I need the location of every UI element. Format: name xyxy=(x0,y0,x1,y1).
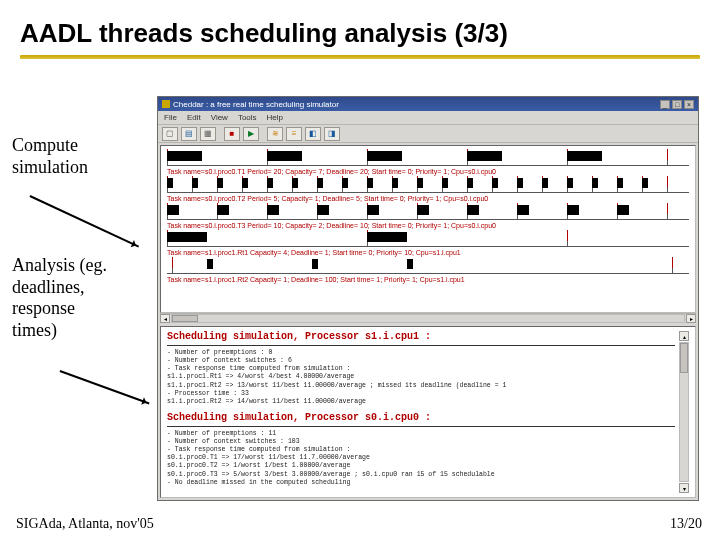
exec-bar xyxy=(392,178,398,188)
exec-bar xyxy=(167,205,179,215)
hscroll-thumb[interactable] xyxy=(172,315,198,322)
output-line: - Number of context switches : 103 xyxy=(167,438,675,446)
exec-bar xyxy=(617,178,623,188)
output-header: Scheduling simulation, Processor s0.i.cp… xyxy=(167,412,675,423)
output-line: - Task response time computed from simul… xyxy=(167,446,675,454)
output-line: - Number of context switches : 6 xyxy=(167,357,675,365)
exec-bar xyxy=(292,178,298,188)
task-row: Task name=s1.i.proc1.Rt2 Capacity= 1; De… xyxy=(167,258,689,283)
task-track xyxy=(167,150,689,166)
task-label: Task name=s1.i.proc1.Rt1 Capacity= 4; De… xyxy=(167,249,689,256)
exec-bar xyxy=(367,205,379,215)
app-window: Cheddar : a free real time scheduling si… xyxy=(157,96,699,501)
exec-bar xyxy=(167,151,202,161)
new-icon[interactable]: ▢ xyxy=(162,127,178,141)
scroll-left-icon[interactable]: ◂ xyxy=(160,314,170,323)
app-icon xyxy=(162,100,170,108)
chart-icon[interactable]: ≋ xyxy=(267,127,283,141)
output-panel: Scheduling simulation, Processor s1.i.cp… xyxy=(160,326,696,498)
exec-bar xyxy=(517,205,529,215)
menu-edit[interactable]: Edit xyxy=(187,113,201,122)
exec-bar xyxy=(417,205,429,215)
task-row: Task name=s0.i.proc0.T2 Period= 5; Capac… xyxy=(167,177,689,202)
vscroll-thumb[interactable] xyxy=(680,343,688,373)
title-rule xyxy=(20,55,700,59)
task-label: Task name=s0.i.proc0.T1 Period= 20; Capa… xyxy=(167,168,689,175)
exec-bar xyxy=(167,178,173,188)
maximize-button[interactable]: □ xyxy=(672,100,682,109)
stop-icon[interactable]: ■ xyxy=(224,127,240,141)
toolbar: ▢ ▤ ▦ ■ ▶ ≋ ≡ ◧ ◨ xyxy=(158,125,698,143)
task-label: Task name=s1.i.proc1.Rt2 Capacity= 1; De… xyxy=(167,276,689,283)
exec-bar xyxy=(342,178,348,188)
sched-icon[interactable]: ◧ xyxy=(305,127,321,141)
task-row: Task name=s0.i.proc0.T1 Period= 20; Capa… xyxy=(167,150,689,175)
menubar: File Edit View Tools Help xyxy=(158,111,698,125)
output-line: s1.i.proc1.Rt1 => 4/worst 4/best 4.00000… xyxy=(167,373,675,381)
annot-analysis: Analysis (eg. deadlines, response times) xyxy=(12,255,122,341)
exec-bar xyxy=(312,259,318,269)
task-track xyxy=(167,231,689,247)
open-icon[interactable]: ▤ xyxy=(181,127,197,141)
task-row: Task name=s0.i.proc0.T3 Period= 10; Capa… xyxy=(167,204,689,229)
exec-bar xyxy=(317,205,329,215)
exec-bar xyxy=(217,205,229,215)
exec-bar xyxy=(317,178,323,188)
exec-bar xyxy=(567,178,573,188)
output-line: s0.i.proc0.T2 => 1/worst 1/best 1.00000/… xyxy=(167,462,675,470)
exec-bar xyxy=(267,205,279,215)
exec-bar xyxy=(267,151,302,161)
task-track xyxy=(167,204,689,220)
exec-bar xyxy=(542,178,548,188)
arrow-compute xyxy=(30,195,139,247)
output-line: - Number of preemptions : 11 xyxy=(167,430,675,438)
output-vscroll[interactable]: ▴ ▾ xyxy=(679,331,689,493)
task-label: Task name=s0.i.proc0.T2 Period= 5; Capac… xyxy=(167,195,689,202)
proc-icon[interactable]: ◨ xyxy=(324,127,340,141)
output-line: s0.i.proc0.T3 => 5/worst 3/best 3.00000/… xyxy=(167,471,675,479)
gantt-hscroll[interactable]: ◂ ▸ xyxy=(160,313,696,323)
task-label: Task name=s0.i.proc0.T3 Period= 10; Capa… xyxy=(167,222,689,229)
output-line: - Processor time : 33 xyxy=(167,390,675,398)
exec-bar xyxy=(167,232,207,242)
scroll-right-icon[interactable]: ▸ xyxy=(686,314,696,323)
exec-bar xyxy=(567,205,579,215)
menu-view[interactable]: View xyxy=(211,113,228,122)
menu-file[interactable]: File xyxy=(164,113,177,122)
exec-bar xyxy=(367,178,373,188)
exec-bar xyxy=(567,151,602,161)
exec-bar xyxy=(467,205,479,215)
output-line: s1.i.proc1.Rt2 => 13/worst 11/best 11.00… xyxy=(167,382,675,390)
exec-bar xyxy=(367,151,402,161)
minimize-button[interactable]: _ xyxy=(660,100,670,109)
save-icon[interactable]: ▦ xyxy=(200,127,216,141)
scroll-up-icon[interactable]: ▴ xyxy=(679,331,689,341)
chart2-icon[interactable]: ≡ xyxy=(286,127,302,141)
exec-bar xyxy=(242,178,248,188)
output-line: - No deadline missed in the computed sch… xyxy=(167,479,675,487)
exec-bar xyxy=(517,178,523,188)
exec-bar xyxy=(267,178,273,188)
exec-bar xyxy=(617,205,629,215)
exec-bar xyxy=(442,178,448,188)
exec-bar xyxy=(207,259,213,269)
titlebar: Cheddar : a free real time scheduling si… xyxy=(158,97,698,111)
output-line: s0.i.proc0.T1 => 17/worst 11/best 11.7.0… xyxy=(167,454,675,462)
gantt-area: Task name=s0.i.proc0.T1 Period= 20; Capa… xyxy=(160,145,696,313)
exec-bar xyxy=(592,178,598,188)
menu-tools[interactable]: Tools xyxy=(238,113,257,122)
run-icon[interactable]: ▶ xyxy=(243,127,259,141)
menu-help[interactable]: Help xyxy=(267,113,283,122)
exec-bar xyxy=(467,178,473,188)
exec-bar xyxy=(492,178,498,188)
output-line: - Task response time computed from simul… xyxy=(167,365,675,373)
slide-title: AADL threads scheduling analysis (3/3) xyxy=(0,0,720,55)
annot-compute: Compute simulation xyxy=(12,135,122,178)
exec-bar xyxy=(367,232,407,242)
exec-bar xyxy=(192,178,198,188)
exec-bar xyxy=(417,178,423,188)
scroll-down-icon[interactable]: ▾ xyxy=(679,483,689,493)
task-track xyxy=(167,177,689,193)
exec-bar xyxy=(217,178,223,188)
close-button[interactable]: × xyxy=(684,100,694,109)
